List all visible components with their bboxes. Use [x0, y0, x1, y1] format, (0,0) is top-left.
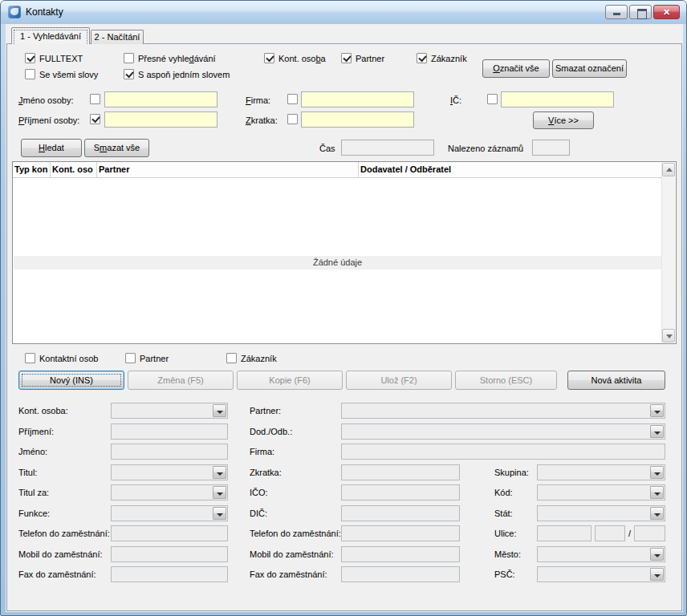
firma-search-checkbox[interactable] — [287, 94, 298, 104]
close-button[interactable] — [653, 5, 680, 19]
detail-dod-odb-label: Dod./Odb.: — [250, 426, 292, 437]
scroll-up-button[interactable] — [662, 163, 675, 176]
tab-nacitani[interactable]: 2 - Načítání — [91, 30, 144, 44]
combo-dropdown-button[interactable] — [213, 404, 226, 417]
combo-dropdown-button[interactable] — [213, 507, 226, 520]
filter-partner-label: Partner — [140, 353, 169, 364]
partner-checkbox[interactable] — [341, 53, 352, 63]
detail-funkce-label: Funkce: — [18, 508, 50, 519]
new-button[interactable]: Nový (INS) — [18, 371, 124, 390]
detail-jmeno-field — [111, 444, 228, 460]
new-activity-button[interactable]: Nová aktivita — [567, 371, 665, 390]
search-button[interactable]: Hledat — [21, 139, 82, 157]
detail-titul-label: Titul: — [18, 467, 37, 478]
detail-titul-combo — [111, 464, 228, 480]
change-button: Změna (F5) — [128, 371, 234, 390]
detail-firma-label: Firma: — [250, 446, 274, 457]
combo-dropdown-button[interactable] — [650, 404, 664, 417]
contacts-window: Kontakty 1 - Vyhledávání 2 - Načítání FU… — [0, 0, 687, 616]
window-title: Kontakty — [26, 6, 63, 18]
detail-mobil-zam-mid-field — [341, 546, 460, 562]
filter-zakaznik-checkbox[interactable] — [226, 353, 237, 363]
titlebar[interactable]: Kontakty — [1, 1, 686, 24]
detail-mesto-combo — [537, 546, 665, 562]
zakaznik-checkbox[interactable] — [417, 53, 427, 63]
chevron-down-icon — [654, 492, 661, 496]
combo-dropdown-button[interactable] — [650, 486, 664, 499]
detail-dic-label: DIČ: — [250, 508, 267, 519]
detail-ulice-field-3 — [634, 525, 665, 541]
ic-checkbox[interactable] — [487, 94, 498, 104]
combo-dropdown-button[interactable] — [650, 425, 664, 438]
detail-fax-zam-left-label: Fax do zaměstnání: — [18, 569, 96, 580]
detail-psc-label: PSČ: — [494, 569, 515, 580]
detail-ico-label: IČO: — [250, 487, 268, 498]
exact-search-checkbox[interactable] — [124, 53, 134, 63]
header-dodavatel-odberatel[interactable]: Dodavatel / Odběratel — [359, 162, 662, 177]
arrow-up-icon — [666, 168, 673, 172]
detail-titul-za-label: Titul za: — [18, 487, 49, 498]
combo-dropdown-button[interactable] — [213, 466, 226, 479]
prijmeni-osoby-input[interactable] — [104, 111, 217, 128]
fulltext-label: FULLTEXT — [39, 53, 83, 64]
copy-button: Kopie (F6) — [237, 371, 343, 390]
firma-search-label: Firma: — [246, 95, 270, 106]
detail-ulice-field-1 — [537, 525, 591, 541]
tab-vyhledavani[interactable]: 1 - Vyhledávání — [11, 27, 90, 44]
maximize-button[interactable] — [629, 5, 652, 19]
all-words-checkbox[interactable] — [25, 69, 35, 79]
detail-ico-field — [341, 484, 460, 500]
found-records-label: Nalezeno záznamů — [448, 143, 523, 154]
firma-search-input[interactable] — [301, 91, 414, 107]
filter-kontaktni-osoba-label: Kontaktní osob — [39, 353, 98, 364]
results-grid[interactable]: Typ kon Kont. oso Partner Dodavatel / Od… — [12, 161, 677, 344]
jmeno-osoby-checkbox[interactable] — [90, 94, 100, 104]
chevron-down-icon — [654, 554, 661, 557]
detail-funkce-combo — [111, 505, 228, 521]
header-typ-kontaktu[interactable]: Typ kon — [13, 162, 51, 177]
prijmeni-osoby-checkbox[interactable] — [90, 114, 100, 124]
detail-stat-label: Stát: — [494, 508, 513, 519]
fulltext-checkbox[interactable] — [25, 53, 35, 63]
detail-mesto-label: Město: — [494, 549, 521, 560]
header-kont-osoba[interactable]: Kont. oso — [51, 162, 97, 177]
kont-osoba-checkbox-label: Kont. osoba — [278, 53, 326, 64]
more-button[interactable]: Více >> — [533, 111, 594, 129]
ic-label: IČ: — [450, 95, 461, 106]
combo-dropdown-button[interactable] — [213, 486, 226, 499]
chevron-down-icon — [654, 432, 661, 435]
select-all-button[interactable]: Označit vše — [482, 59, 550, 78]
kont-osoba-checkbox[interactable] — [264, 53, 274, 63]
partner-checkbox-label: Partner — [356, 53, 384, 64]
detail-skupina-label: Skupina: — [494, 467, 529, 478]
header-partner[interactable]: Partner — [97, 162, 359, 177]
any-word-label: S aspoň jedním slovem — [138, 69, 230, 80]
ic-input[interactable] — [501, 91, 614, 107]
minimize-button[interactable] — [605, 5, 628, 19]
combo-dropdown-button[interactable] — [650, 466, 664, 479]
combo-dropdown-button[interactable] — [650, 568, 664, 581]
zkratka-search-checkbox[interactable] — [287, 114, 298, 124]
grid-header: Typ kon Kont. oso Partner Dodavatel / Od… — [13, 162, 662, 178]
vertical-scrollbar[interactable] — [661, 163, 675, 342]
detail-skupina-combo — [537, 464, 665, 480]
detail-zkratka-label: Zkratka: — [250, 467, 282, 478]
detail-fax-zam-mid-field — [341, 566, 460, 582]
chevron-down-icon — [654, 513, 661, 517]
clear-selection-button[interactable]: Smazat označení — [552, 59, 627, 78]
detail-kod-combo — [537, 484, 665, 500]
filter-partner-checkbox[interactable] — [125, 353, 136, 363]
zkratka-search-label: Zkratka: — [246, 115, 278, 126]
combo-dropdown-button[interactable] — [650, 548, 664, 561]
detail-ulice-label: Ulice: — [494, 528, 517, 539]
clear-all-button[interactable]: Smazat vše — [84, 139, 149, 157]
zkratka-search-input[interactable] — [301, 111, 414, 128]
any-word-checkbox[interactable] — [124, 69, 134, 79]
filter-kontaktni-osoba-checkbox[interactable] — [25, 353, 35, 363]
no-data-row: Žádné údaje — [14, 256, 661, 270]
scroll-down-button[interactable] — [662, 329, 675, 342]
combo-dropdown-button[interactable] — [650, 507, 664, 520]
detail-telefon-zam-mid-label: Telefon do zaměstnání: — [250, 528, 341, 539]
detail-fax-zam-left-field — [111, 566, 228, 582]
jmeno-osoby-input[interactable] — [104, 91, 217, 107]
